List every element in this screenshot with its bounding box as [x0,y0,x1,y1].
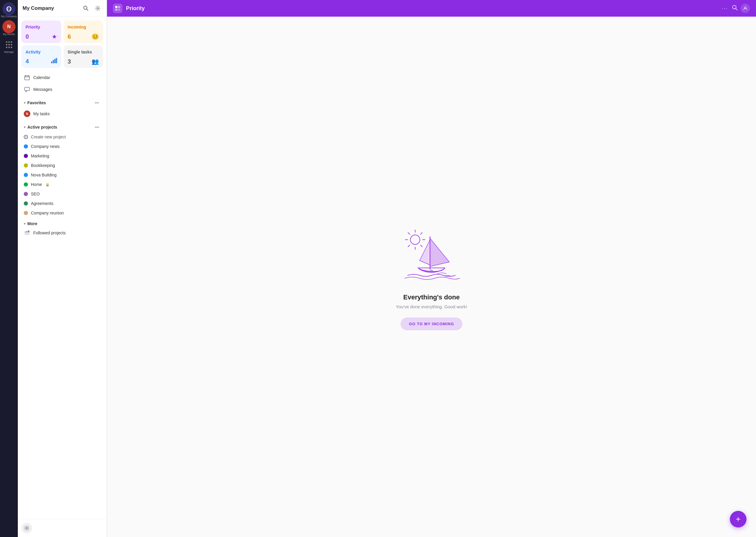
project-bookkeeping[interactable]: Bookkeeping [22,161,103,170]
top-bar-search-icon[interactable] [732,4,738,13]
sidebar: My Company [18,0,107,537]
active-projects-toggle[interactable]: ▾ Active projects [24,125,57,130]
company-news-dot [24,145,28,148]
favorites-section-header: ▾ Favorites ••• [22,97,103,108]
bottom-settings-icon[interactable] [22,523,32,533]
svg-line-35 [421,232,422,234]
favorites-label: Favorites [27,101,46,105]
project-seo[interactable]: SEO [22,189,103,199]
top-bar-more-button[interactable]: ··· [722,5,728,12]
icon-bar: My Company N My Nozbe Manage [0,0,18,537]
project-nova-building[interactable]: Nova Building [22,170,103,180]
my-tasks-avatar: N [24,110,30,117]
favorites-more-button[interactable]: ••• [93,99,101,106]
nova-building-label: Nova Building [31,173,57,177]
favorites-chevron: ▾ [24,101,25,105]
top-bar-app-icon [113,4,122,13]
svg-point-20 [26,527,28,529]
priority-count: 0 [25,33,29,40]
svg-line-5 [86,9,88,10]
project-marketing[interactable]: Marketing [22,151,103,161]
more-chevron: ▾ [24,222,25,226]
followed-projects-label: Followed projects [33,230,66,235]
project-company-reunion[interactable]: Company reunion [22,208,103,218]
single-tasks-count: 3 [68,58,71,65]
bookkeeping-label: Bookkeeping [31,163,55,168]
active-projects-chevron: ▾ [24,125,25,129]
nav-calendar[interactable]: Calendar [22,71,103,83]
goto-incoming-button[interactable]: GO TO MY INCOMING [401,317,463,330]
sailboat-illustration [399,223,464,284]
search-icon[interactable] [82,4,90,13]
company-section: My Company [1,2,17,18]
fab-button[interactable]: + [730,511,746,527]
seo-dot [24,192,28,196]
priority-card[interactable]: Priority 0 ★ [22,21,61,43]
incoming-count: 6 [68,33,71,40]
create-new-project[interactable]: + Create new project [22,132,103,142]
my-tasks-item[interactable]: N My tasks [22,108,103,120]
manage-label: Manage [4,51,14,54]
svg-rect-8 [53,60,54,63]
company-label: My Company [1,15,17,18]
activity-card[interactable]: Activity 4 [22,45,61,68]
active-projects-more-button[interactable]: ••• [93,123,101,131]
home-label: Home [31,182,42,187]
activity-icon [51,58,57,65]
company-news-label: Company news [31,144,60,149]
top-bar-right [732,4,750,13]
top-bar-filter-button[interactable] [740,4,750,13]
svg-line-26 [736,8,737,10]
marketing-label: Marketing [31,153,49,158]
company-avatar[interactable] [2,2,16,16]
sidebar-header-icons [82,4,102,13]
single-tasks-card-label: Single tasks [68,50,99,54]
top-bar: Priority ··· [107,0,756,17]
settings-icon[interactable] [94,4,102,13]
user-section: N My Nozbe [2,20,16,36]
messages-label: Messages [33,87,52,92]
project-company-news[interactable]: Company news [22,142,103,151]
user-avatar[interactable]: N [2,20,16,33]
content-area: Everything's done You've done everything… [107,17,756,537]
more-label: More [27,221,37,226]
calendar-label: Calendar [33,75,50,80]
incoming-card-bottom: 6 😊 [68,33,99,40]
followed-projects-item[interactable]: Followed projects [22,227,103,238]
single-tasks-card[interactable]: Single tasks 3 👥 [64,45,104,68]
bookkeeping-dot [24,163,28,168]
sidebar-title: My Company [22,5,54,11]
incoming-card-label: Incoming [68,25,99,29]
nova-building-dot [24,173,28,177]
svg-rect-11 [25,76,29,80]
svg-rect-16 [25,232,26,232]
manage-icon[interactable] [2,38,16,51]
svg-rect-10 [56,58,57,63]
project-agreements[interactable]: Agreements [22,199,103,208]
cards-grid: Priority 0 ★ Incoming 6 😊 Activity [22,21,103,68]
create-new-label: Create new project [31,135,66,139]
active-projects-label: Active projects [27,125,57,130]
more-section-header[interactable]: ▾ More [22,219,103,227]
project-home[interactable]: Home 🔒 [22,180,103,189]
svg-rect-24 [118,9,120,11]
user-label: My Nozbe [3,33,15,36]
home-lock-icon: 🔒 [45,183,50,186]
empty-state-subtitle: You've done everything. Good work! [396,304,467,309]
manage-section: Manage [2,38,16,54]
incoming-card[interactable]: Incoming 6 😊 [64,21,104,43]
activity-count: 4 [25,58,29,65]
followed-projects-icon [24,229,30,236]
priority-card-label: Priority [25,25,57,29]
svg-point-6 [97,8,99,9]
nav-messages[interactable]: Messages [22,83,103,95]
messages-icon [24,86,30,93]
calendar-icon [24,74,30,81]
svg-point-28 [410,235,420,244]
favorites-toggle[interactable]: ▾ Favorites [24,101,46,105]
svg-rect-23 [115,9,117,11]
svg-rect-22 [118,6,120,8]
create-plus-icon: + [24,135,28,139]
marketing-dot [24,154,28,158]
svg-rect-17 [26,231,28,232]
